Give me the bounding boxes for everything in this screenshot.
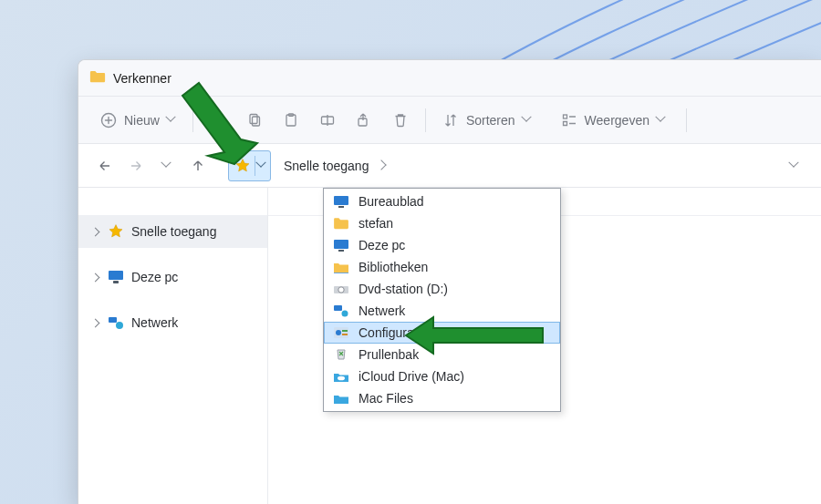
folder-blue-icon bbox=[333, 391, 349, 406]
disc-drive-icon bbox=[333, 282, 349, 296]
svg-point-13 bbox=[116, 322, 123, 329]
chevron-down-icon bbox=[162, 161, 171, 170]
dropdown-item-libraries[interactable]: Bibliotheken bbox=[324, 256, 560, 278]
separator bbox=[192, 108, 193, 132]
svg-point-2 bbox=[220, 121, 223, 125]
share-icon bbox=[356, 112, 372, 129]
dropdown-label: stefan bbox=[359, 216, 393, 231]
cut-button[interactable] bbox=[201, 104, 235, 137]
dropdown-label: Mac Files bbox=[359, 391, 413, 406]
svg-rect-12 bbox=[109, 317, 117, 323]
chevron-down-icon bbox=[257, 161, 266, 170]
history-button[interactable] bbox=[153, 152, 181, 180]
network-icon bbox=[108, 315, 124, 330]
breadcrumb-root-dropdown[interactable] bbox=[228, 150, 271, 181]
tree-item-this-pc[interactable]: Deze pc bbox=[78, 261, 267, 293]
tree-item-label: Netwerk bbox=[131, 315, 178, 330]
view-label: Weergeven bbox=[585, 113, 650, 128]
nav-tree: Snelle toegang Deze pc Netwerk bbox=[78, 188, 268, 504]
sort-label: Sorteren bbox=[466, 113, 515, 128]
dropdown-item-desktop[interactable]: Bureaublad bbox=[324, 190, 560, 212]
svg-point-1 bbox=[213, 121, 216, 125]
up-button[interactable] bbox=[184, 152, 212, 180]
monitor-icon bbox=[108, 270, 124, 284]
forward-button[interactable] bbox=[122, 152, 150, 180]
tree-item-network[interactable]: Netwerk bbox=[78, 306, 267, 339]
svg-point-26 bbox=[338, 376, 345, 381]
paste-button[interactable] bbox=[274, 104, 308, 137]
dropdown-item-dvd[interactable]: Dvd-station (D:) bbox=[324, 278, 560, 300]
window-body: Snelle toegang Deze pc Netwerk bbox=[78, 188, 821, 504]
folder-icon bbox=[333, 216, 349, 231]
control-panel-icon bbox=[333, 325, 349, 340]
svg-rect-25 bbox=[342, 334, 348, 335]
address-bar: Snelle toegang bbox=[78, 144, 821, 188]
back-button[interactable] bbox=[91, 152, 119, 180]
recycle-bin-icon bbox=[333, 347, 349, 362]
dropdown-item-user[interactable]: stefan bbox=[324, 212, 560, 234]
view-button[interactable]: Weergeven bbox=[552, 104, 675, 137]
breadcrumb-label: Snelle toegang bbox=[284, 159, 369, 173]
sort-button[interactable]: Sorteren bbox=[433, 104, 541, 137]
expand-icon bbox=[89, 317, 100, 328]
chevron-right-icon bbox=[378, 161, 387, 170]
separator bbox=[255, 156, 255, 176]
star-icon bbox=[234, 158, 251, 174]
dropdown-label: Netwerk bbox=[359, 303, 405, 318]
network-icon bbox=[333, 303, 349, 318]
chevron-down-icon bbox=[523, 116, 532, 125]
separator bbox=[425, 108, 426, 132]
address-expand-button[interactable] bbox=[781, 152, 808, 180]
view-icon bbox=[561, 112, 577, 129]
svg-rect-4 bbox=[252, 117, 259, 126]
dropdown-item-mac-files[interactable]: Mac Files bbox=[324, 387, 560, 409]
monitor-icon bbox=[333, 238, 349, 252]
tree-item-label: Deze pc bbox=[131, 270, 178, 284]
sort-icon bbox=[442, 112, 459, 129]
tree-item-quick-access[interactable]: Snelle toegang bbox=[78, 215, 267, 248]
svg-point-23 bbox=[336, 330, 341, 335]
dropdown-label: iCloud Drive (Mac) bbox=[359, 369, 464, 384]
scissors-icon bbox=[210, 112, 226, 129]
dropdown-item-network[interactable]: Netwerk bbox=[324, 300, 560, 322]
rename-button[interactable] bbox=[310, 104, 345, 137]
copy-button[interactable] bbox=[237, 104, 272, 137]
dropdown-label: Prullenbak bbox=[359, 347, 419, 362]
dropdown-label: Bibliotheken bbox=[359, 260, 428, 274]
star-icon bbox=[108, 224, 124, 239]
copy-icon bbox=[246, 112, 263, 129]
breadcrumb-segment[interactable]: Snelle toegang bbox=[275, 150, 396, 181]
svg-point-21 bbox=[342, 311, 348, 317]
svg-rect-16 bbox=[334, 240, 348, 249]
folder-icon bbox=[89, 69, 106, 87]
folder-cloud-icon bbox=[333, 369, 349, 384]
new-button[interactable]: Nieuw bbox=[91, 104, 185, 137]
svg-rect-17 bbox=[338, 250, 344, 252]
new-label: Nieuw bbox=[124, 113, 160, 128]
svg-point-19 bbox=[338, 287, 344, 293]
svg-rect-14 bbox=[334, 196, 348, 205]
expand-icon bbox=[89, 226, 100, 237]
svg-rect-10 bbox=[109, 271, 123, 280]
toolbar: Nieuw bbox=[78, 97, 821, 144]
share-button[interactable] bbox=[347, 104, 381, 137]
trash-icon bbox=[392, 112, 409, 129]
svg-rect-11 bbox=[113, 281, 119, 283]
separator bbox=[686, 108, 687, 132]
explorer-window: Verkenner Nieuw bbox=[78, 59, 821, 504]
dropdown-label: Dvd-station (D:) bbox=[359, 282, 448, 296]
plus-circle-icon bbox=[100, 112, 117, 129]
clipboard-icon bbox=[283, 112, 299, 129]
chevron-down-icon bbox=[790, 161, 799, 170]
content-area: Bureaublad stefan Deze pc Bibliotheken D… bbox=[268, 188, 821, 504]
tree-item-label: Snelle toegang bbox=[131, 224, 216, 239]
dropdown-item-control-panel[interactable]: Configuratiescherm bbox=[324, 322, 560, 344]
dropdown-item-recycle[interactable]: Prullenbak bbox=[324, 344, 560, 365]
delete-button[interactable] bbox=[383, 104, 418, 137]
window-title: Verkenner bbox=[113, 71, 171, 86]
svg-rect-24 bbox=[342, 330, 348, 332]
chevron-down-icon bbox=[657, 116, 666, 125]
dropdown-item-icloud[interactable]: iCloud Drive (Mac) bbox=[324, 365, 560, 387]
dropdown-item-this-pc[interactable]: Deze pc bbox=[324, 234, 560, 256]
svg-rect-20 bbox=[334, 305, 342, 311]
